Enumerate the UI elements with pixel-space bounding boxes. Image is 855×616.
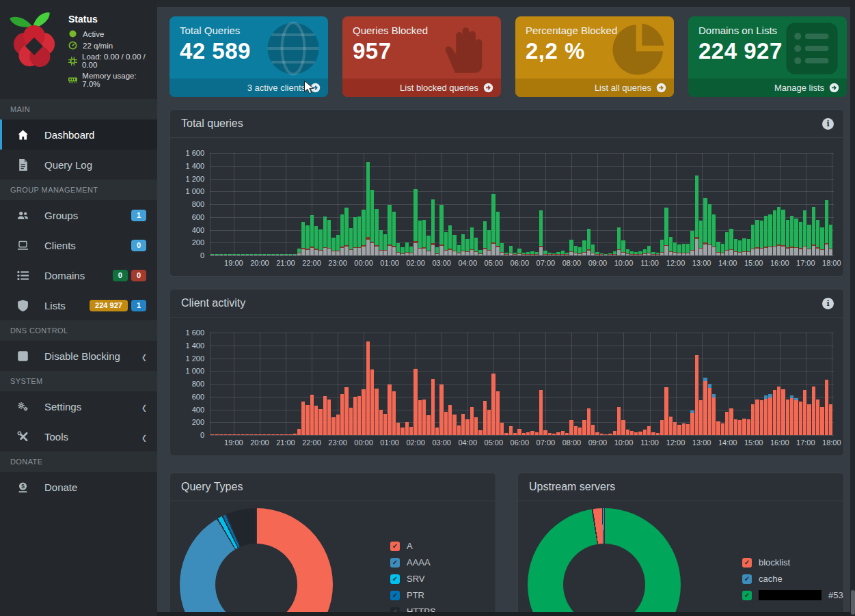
legend-item[interactable]: ✓AAAA (390, 557, 436, 568)
bar (327, 400, 331, 435)
bar-permitted (375, 209, 378, 245)
sidebar-item-disable-blocking[interactable]: Disable Blocking‹ (0, 341, 157, 371)
bar (500, 243, 504, 255)
total-queries-chart[interactable]: 1 6001 4001 2001 000800600400200019:0020… (176, 146, 834, 270)
bar (820, 227, 824, 255)
scrollbar-track[interactable] (850, 0, 855, 616)
legend-item[interactable]: ✓cache (742, 574, 844, 584)
bar-permitted (396, 243, 400, 253)
sidebar-section-label: DNS CONTROL (0, 320, 157, 341)
legend-item[interactable]: ✓#5335 (742, 590, 844, 600)
bar (760, 400, 763, 435)
bar (539, 390, 543, 435)
bar-client-primary (669, 417, 673, 435)
upstream-servers-donut[interactable] (528, 508, 681, 616)
badge-group: 224 9271 (90, 300, 146, 311)
bar (448, 405, 452, 435)
svg-text:$: $ (21, 482, 25, 489)
card-footer-link[interactable]: Manage lists (688, 79, 847, 97)
bar-client-primary (323, 396, 327, 435)
bar-permitted (682, 244, 686, 253)
sidebar-item-domains[interactable]: Domains00 (0, 260, 157, 290)
bar (721, 423, 724, 435)
bar-client-primary (496, 391, 500, 435)
bar (626, 249, 629, 255)
card-footer-link[interactable]: List blocked queries (342, 79, 501, 97)
bar (578, 428, 582, 435)
sidebar-item-donate[interactable]: $Donate (0, 472, 157, 502)
x-axis-label: 03:00 (432, 259, 451, 267)
sidebar-item-label: Settings (44, 401, 81, 412)
file-icon (17, 159, 32, 171)
legend-label: AAAA (407, 557, 431, 568)
query-types-legend: ✓A✓AAAA✓SRV✓PTR✓HTTPS (390, 541, 436, 616)
query-types-donut[interactable] (180, 508, 333, 616)
x-axis-label: 15:00 (744, 259, 763, 267)
plot-area[interactable] (210, 326, 834, 435)
bar-client-primary (366, 341, 370, 435)
bar (621, 420, 625, 435)
sidebar-item-tools[interactable]: Tools‹ (0, 421, 157, 451)
bar (574, 246, 578, 255)
bar-cached (413, 243, 417, 255)
card-footer-link[interactable]: 3 active clients (169, 79, 328, 97)
x-axis: 19:0020:0021:0022:0023:0000:0001:0002:00… (210, 435, 834, 450)
bar-client-primary (353, 397, 357, 435)
bar-permitted (452, 235, 456, 251)
bar-permitted (699, 221, 703, 247)
bar-client-primary (483, 401, 487, 435)
bar (457, 245, 461, 255)
client-activity-chart[interactable]: 1 6001 4001 2001 000800600400200019:0020… (176, 326, 834, 450)
sidebar-item-lists[interactable]: Lists224 9271 (0, 290, 157, 320)
plot-area[interactable] (210, 146, 834, 255)
legend-item[interactable]: ✓A (390, 541, 436, 551)
card-footer-label: Manage lists (774, 83, 824, 93)
sidebar-item-clients[interactable]: Clients0 (0, 230, 157, 260)
bar (660, 420, 664, 436)
bar-permitted (413, 189, 417, 242)
bar (392, 391, 396, 435)
bar (799, 222, 802, 255)
sidebar-item-label: Query Log (44, 159, 92, 171)
bar (487, 230, 491, 255)
bar-client-primary (660, 420, 664, 436)
bar-cached (807, 249, 811, 255)
bar (314, 226, 318, 255)
home-icon (17, 129, 32, 141)
x-axis: 19:0020:0021:0022:0023:0000:0001:0002:00… (210, 255, 834, 270)
bar-permitted (439, 205, 443, 244)
info-icon[interactable]: i (822, 118, 834, 130)
bar (755, 220, 759, 256)
bar (682, 423, 686, 435)
bar-client-primary (297, 429, 301, 435)
legend-item[interactable]: ✓blocklist (742, 557, 844, 568)
status-text: Load: 0.00 / 0.00 / 0.00 (82, 53, 153, 69)
bar (703, 198, 707, 255)
bar-cached (755, 249, 759, 255)
legend-item[interactable]: ✓SRV (390, 574, 436, 584)
status-panel: Status Active22 q/minLoad: 0.00 / 0.00 /… (68, 11, 153, 91)
sidebar-item-settings[interactable]: Settings‹ (0, 391, 157, 421)
bar-cached (483, 249, 487, 255)
legend-item[interactable]: ✓PTR (390, 590, 436, 600)
bar-client-primary (327, 400, 331, 435)
sidebar-nav: MAINDashboardQuery LogGROUP MANAGEMENTGr… (0, 99, 157, 502)
bar-permitted (431, 199, 435, 244)
scrollbar-thumb[interactable] (851, 590, 855, 615)
card-footer-link[interactable]: List all queries (515, 79, 674, 97)
x-axis-label: 18:00 (822, 259, 841, 267)
bar (353, 217, 357, 255)
sidebar-item-dashboard[interactable]: Dashboard (0, 120, 157, 150)
info-icon[interactable]: i (822, 298, 834, 309)
bar-permitted (686, 244, 690, 252)
sidebar-item-query-log[interactable]: Query Log (0, 150, 157, 180)
sidebar-item-groups[interactable]: Groups1 (0, 200, 157, 230)
tools-icon (17, 431, 32, 443)
bar-client-primary (474, 417, 478, 435)
bar-permitted (816, 220, 819, 248)
bar (781, 210, 785, 256)
bar-permitted (331, 238, 335, 251)
bar-permitted (677, 244, 681, 253)
bar-client-primary (344, 387, 348, 435)
bar (799, 402, 802, 435)
